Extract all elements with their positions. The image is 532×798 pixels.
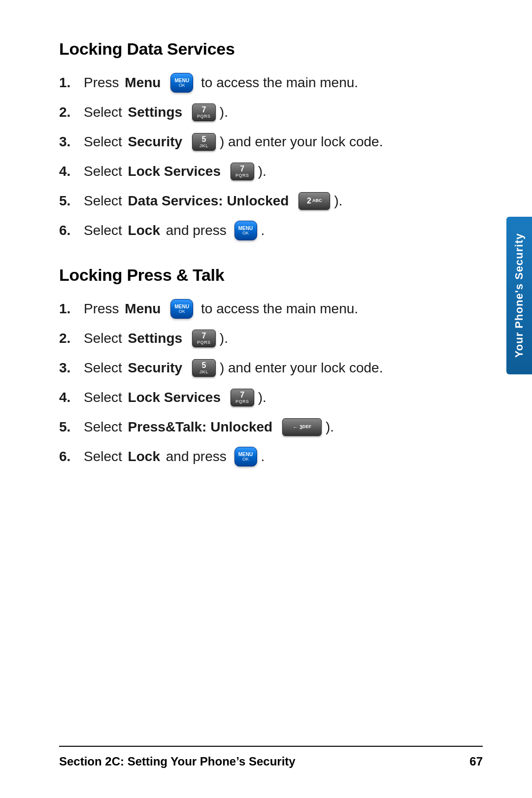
page-footer: Section 2C: Setting Your Phone’s Securit…: [59, 746, 483, 768]
step-1-4: 4. Select Lock Services 7 PQRS ).: [59, 161, 443, 182]
bold-menu: Menu: [125, 72, 161, 93]
menu-ok-icon: MENU OK: [170, 73, 193, 93]
step-text: Select Lock and press MENU OK .: [84, 446, 265, 467]
step-2-1: 1. Press Menu MENU OK to access the main…: [59, 299, 443, 319]
step-number: 5.: [59, 191, 84, 211]
menu-ok-end-icon: MENU OK: [234, 221, 257, 240]
page-content: Locking Data Services 1. Press Menu MENU…: [0, 0, 493, 531]
step-text: Select Lock Services 7 PQRS ).: [84, 161, 266, 182]
key-7pqrs3-icon: 7 PQRS: [192, 330, 216, 347]
step-text: Press Menu MENU OK to access the main me…: [84, 72, 358, 93]
step-text: Select Security 5 JKL ) and enter your l…: [84, 358, 383, 378]
bold-lock2: Lock: [128, 446, 160, 467]
step-2-5: 5. Select Press&Talk: Unlocked ← 3DEF ).: [59, 417, 443, 437]
menu-ok-icon2: MENU OK: [170, 299, 193, 319]
section2-title: Locking Press & Talk: [59, 266, 443, 285]
bold-settings2: Settings: [128, 328, 182, 349]
bold-menu2: Menu: [125, 299, 161, 319]
section1-steps: 1. Press Menu MENU OK to access the main…: [59, 72, 443, 241]
key-5jkl2-icon: 5 JKL: [192, 359, 216, 377]
bold-settings: Settings: [128, 102, 182, 123]
key-7pqrs4-icon: 7 PQRS: [231, 389, 254, 406]
step-1-3: 3. Select Security 5 JKL ) and enter you…: [59, 132, 443, 152]
step-1-2: 2. Select Settings 7 PQRS ).: [59, 102, 443, 123]
step-2-2: 2. Select Settings 7 PQRS ).: [59, 328, 443, 349]
footer-section-label: Section 2C: Setting Your Phone’s Securit…: [59, 755, 296, 768]
step-number: 1.: [59, 299, 84, 319]
bold-security: Security: [128, 132, 183, 152]
step-text: Press Menu MENU OK to access the main me…: [84, 299, 358, 319]
step-number: 6.: [59, 446, 84, 467]
footer-page-number: 67: [469, 755, 483, 768]
step-1-5: 5. Select Data Services: Unlocked 2ABC )…: [59, 191, 443, 211]
section-locking-press-talk: Locking Press & Talk 1. Press Menu MENU …: [59, 266, 443, 467]
step-number: 1.: [59, 72, 84, 93]
key-ptt-icon: ← 3DEF: [282, 418, 322, 436]
bold-lock: Lock: [128, 220, 160, 241]
key-2abc-icon: 2ABC: [299, 192, 330, 210]
section-locking-data-services: Locking Data Services 1. Press Menu MENU…: [59, 39, 443, 241]
step-number: 2.: [59, 328, 84, 349]
step-number: 2.: [59, 102, 84, 123]
step-text: Select Lock and press MENU OK .: [84, 220, 265, 241]
key-7pqrs-icon: 7 PQRS: [192, 103, 216, 121]
menu-ok-end2-icon: MENU OK: [234, 447, 257, 466]
step-number: 4.: [59, 161, 84, 182]
step-2-3: 3. Select Security 5 JKL ) and enter you…: [59, 358, 443, 378]
step-text: Select Data Services: Unlocked 2ABC ).: [84, 191, 342, 211]
step-2-6: 6. Select Lock and press MENU OK .: [59, 446, 443, 467]
key-5jkl-icon: 5 JKL: [192, 133, 216, 151]
step-1-6: 6. Select Lock and press MENU OK .: [59, 220, 443, 241]
sidebar-label: Your Phone's Security: [513, 233, 526, 358]
step-number: 3.: [59, 358, 84, 378]
step-number: 5.: [59, 417, 84, 437]
bold-security2: Security: [128, 358, 183, 378]
step-1-1: 1. Press Menu MENU OK to access the main…: [59, 72, 443, 93]
step-number: 3.: [59, 132, 84, 152]
step-2-4: 4. Select Lock Services 7 PQRS ).: [59, 387, 443, 408]
section2-steps: 1. Press Menu MENU OK to access the main…: [59, 299, 443, 467]
sidebar-tab: Your Phone's Security: [506, 217, 532, 374]
step-text: Select Settings 7 PQRS ).: [84, 328, 228, 349]
step-number: 6.: [59, 220, 84, 241]
bold-press-talk: Press&Talk: Unlocked: [128, 417, 273, 437]
bold-lock-services: Lock Services: [128, 161, 221, 182]
step-number: 4.: [59, 387, 84, 408]
step-text: Select Settings 7 PQRS ).: [84, 102, 228, 123]
step-text: Select Press&Talk: Unlocked ← 3DEF ).: [84, 417, 334, 437]
bold-data-services: Data Services: Unlocked: [128, 191, 289, 211]
step-text: Select Lock Services 7 PQRS ).: [84, 387, 266, 408]
key-7pqrs2-icon: 7 PQRS: [231, 163, 254, 180]
section1-title: Locking Data Services: [59, 39, 443, 59]
step-text: Select Security 5 JKL ) and enter your l…: [84, 132, 383, 152]
bold-lock-services2: Lock Services: [128, 387, 221, 408]
